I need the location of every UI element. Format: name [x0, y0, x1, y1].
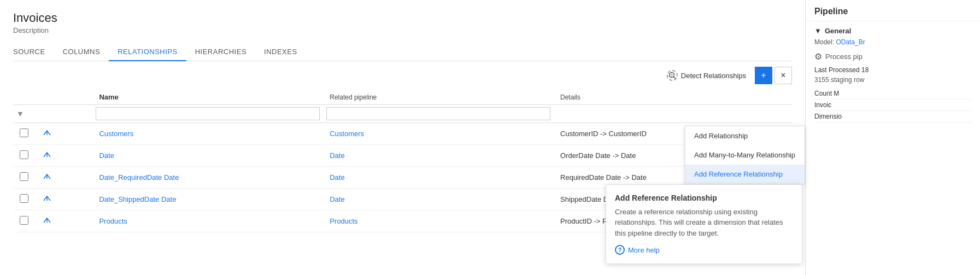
col-name-header: Name — [92, 90, 323, 105]
tab-indexes[interactable]: INDEXES — [255, 43, 306, 61]
detect-label: Detect Relationships — [681, 72, 746, 80]
section-general-label: General — [825, 27, 851, 35]
row-pipeline-3[interactable]: Date — [323, 189, 554, 210]
gear-icon: ⚙ — [814, 51, 822, 62]
row-checkbox-2[interactable] — [20, 172, 28, 181]
help-circle-icon: ? — [615, 245, 625, 255]
filter-icon: ▼ — [16, 109, 24, 118]
toolbar: Detect Relationships + × — [13, 61, 792, 90]
tab-hierarchies[interactable]: HIERARCHIES — [186, 43, 255, 61]
row-pipeline-4[interactable]: Products — [323, 210, 554, 232]
add-dropdown-menu: Add Relationship Add Many-to-Many Relati… — [685, 126, 805, 184]
relationship-icon-3 — [42, 193, 52, 204]
tooltip-title: Add Reference Relationship — [615, 194, 793, 202]
panel-count-label: Count M — [814, 88, 971, 100]
name-filter-input[interactable] — [96, 107, 320, 120]
page-description: Description — [13, 26, 792, 34]
tab-columns[interactable]: COLUMNS — [54, 43, 109, 61]
row-pipeline-1[interactable]: Date — [323, 145, 554, 167]
row-name-1[interactable]: Date — [92, 145, 323, 167]
panel-title: Pipeline — [806, 0, 980, 21]
process-pipeline-button[interactable]: ⚙ Process pip — [814, 49, 971, 64]
row-checkbox-0[interactable] — [20, 128, 28, 137]
tab-relationships[interactable]: RELATIONSHIPS — [109, 43, 186, 61]
dropdown-item-add-relationship[interactable]: Add Relationship — [685, 126, 805, 145]
tooltip-body: Create a reference relationship using ex… — [615, 207, 793, 239]
panel-model-value: OData_Br — [836, 38, 865, 46]
row-name-2[interactable]: Date_RequiredDate Date — [92, 167, 323, 189]
remove-button[interactable]: × — [774, 67, 792, 84]
filter-row: ▼ — [13, 105, 792, 123]
page-header: Invoices Description — [13, 11, 792, 43]
panel-section-header: ▼ General — [814, 27, 971, 35]
panel-item-0: Invoic — [814, 100, 971, 111]
panel-model-field: Model: OData_Br — [814, 38, 971, 46]
detect-relationships-button[interactable]: Detect Relationships — [660, 67, 753, 84]
svg-line-1 — [673, 77, 676, 79]
dropdown-item-many-to-many[interactable]: Add Many-to-Many Relationship — [685, 145, 805, 165]
relationship-icon-1 — [42, 149, 52, 160]
row-pipeline-2[interactable]: Date — [323, 167, 554, 189]
row-name-0[interactable]: Customers — [92, 123, 323, 145]
add-button[interactable]: + — [755, 67, 772, 84]
tooltip-more-help-link[interactable]: ? More help — [615, 245, 793, 255]
row-pipeline-0[interactable]: Customers — [323, 123, 554, 145]
last-processed-label: Last Processed 18 — [814, 64, 971, 76]
col-icon — [35, 90, 92, 105]
right-panel: Pipeline ▼ General Model: OData_Br ⚙ Pro… — [805, 0, 980, 275]
table-row: Customers Customers CustomerID -> Custom… — [13, 123, 792, 145]
tabs-bar: SOURCE COLUMNS RELATIONSHIPS HIERARCHIES… — [13, 43, 792, 61]
dropdown-item-add-reference[interactable]: Add Reference Relationship — [685, 165, 805, 184]
row-name-3[interactable]: Date_ShippedDate Date — [92, 189, 323, 210]
relationship-icon-2 — [42, 171, 52, 182]
panel-items: Count M Invoic Dimensio — [814, 88, 971, 122]
panel-item-1: Dimensio — [814, 111, 971, 122]
col-details-header: Details — [554, 90, 792, 105]
col-checkbox — [13, 90, 35, 105]
row-count: 3155 staging row — [814, 76, 971, 84]
row-checkbox-1[interactable] — [20, 150, 28, 159]
tab-source[interactable]: SOURCE — [13, 43, 54, 61]
col-related-pipeline-header: Related pipeline — [323, 90, 554, 105]
page-title: Invoices — [13, 11, 792, 25]
panel-general-section: ▼ General Model: OData_Br ⚙ Process pip … — [806, 21, 980, 128]
row-checkbox-4[interactable] — [20, 216, 28, 225]
row-name-4[interactable]: Products — [92, 210, 323, 232]
add-reference-tooltip: Add Reference Relationship Create a refe… — [606, 184, 802, 265]
relationship-icon-4 — [42, 215, 52, 226]
tooltip-link-text: More help — [628, 246, 660, 254]
detect-icon — [667, 70, 678, 81]
row-checkbox-3[interactable] — [20, 194, 28, 203]
process-label: Process pip — [825, 52, 862, 61]
pipeline-filter-input[interactable] — [326, 107, 550, 120]
table-row: Date Date OrderDate Date -> Date — [13, 145, 792, 167]
relationship-icon-0 — [42, 127, 52, 138]
chevron-down-icon: ▼ — [814, 27, 821, 35]
